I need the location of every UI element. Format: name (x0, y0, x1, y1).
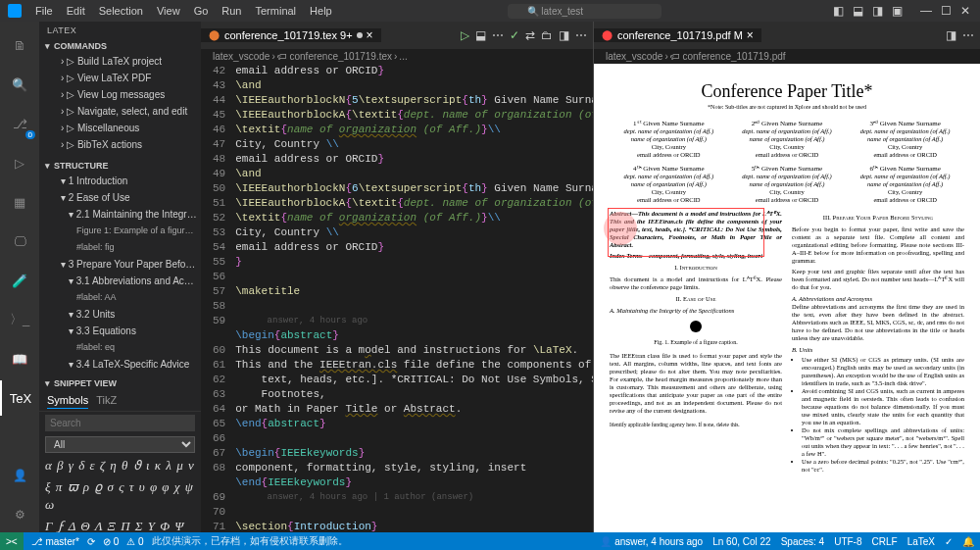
cursor-position[interactable]: Ln 60, Col 22 (712, 536, 771, 547)
close-tab-icon[interactable]: × (747, 28, 754, 42)
code-line[interactable]: \begin{IEEEkeywords} (235, 446, 593, 461)
code-line[interactable]: \end{IEEEkeywords} (235, 475, 593, 490)
command-item[interactable]: › ▷ Build LaTeX project (39, 53, 201, 70)
compare-icon[interactable]: ⇄ (525, 28, 535, 42)
book-icon[interactable]: 📖 (0, 341, 39, 376)
code-line[interactable]: \IEEEauthorblockA{\textit{dept. name of … (235, 108, 593, 123)
latex-icon[interactable]: TeX (0, 380, 39, 416)
outline-item[interactable]: ▾ 3.4 LaTeX-Specific Advice (39, 356, 201, 373)
notifications-icon[interactable]: 🔔 (962, 536, 974, 547)
symbol-search-input[interactable] (45, 415, 195, 431)
code-line[interactable]: \and (235, 167, 593, 181)
command-item[interactable]: › ▷ Miscellaneous (39, 120, 201, 136)
layout-custom-icon[interactable]: ▣ (890, 4, 904, 18)
code-line[interactable]: } (235, 255, 593, 270)
outline-item[interactable]: ▾ 3.2 Units (39, 306, 201, 323)
check-icon[interactable]: ✓ (510, 28, 519, 42)
indentation[interactable]: Spaces: 4 (781, 536, 824, 547)
outline-item[interactable]: #label: eq (39, 339, 201, 356)
code-line[interactable]: This document is a model and instruction… (235, 343, 593, 358)
code-line[interactable]: text, heads, etc.]. *CRITICAL: Do Not Us… (235, 373, 593, 387)
symbol-category-select[interactable]: All (45, 436, 195, 453)
minimize-icon[interactable]: — (919, 4, 933, 18)
split-right-icon[interactable]: ◨ (946, 28, 956, 42)
menu-file[interactable]: File (29, 3, 59, 19)
menu-edit[interactable]: Edit (61, 3, 91, 19)
encoding[interactable]: UTF-8 (834, 536, 861, 547)
code-line[interactable]: \begin{abstract} (235, 328, 593, 343)
codelens[interactable]: answer, 4 hours ago (235, 314, 593, 328)
problems-errors[interactable]: ⊘ 0 (103, 536, 119, 547)
code-line[interactable]: email address or ORCID} (235, 152, 593, 167)
split-right-icon[interactable]: ◨ (559, 28, 569, 42)
remote-indicator[interactable]: >< (0, 532, 24, 550)
code-line[interactable]: or Math in Paper Title or Abstract. (235, 402, 593, 417)
outline-item[interactable]: ▾ 2 Ease of Use (39, 189, 201, 206)
gitlens-blame[interactable]: 👤 answer, 4 hours ago (600, 536, 703, 547)
explorer-icon[interactable]: 🗎 (0, 27, 39, 63)
breadcrumb-right[interactable]: latex_vscode › 🏷 conference_101719.pdf (594, 49, 980, 64)
code-line[interactable]: \IEEEauthorblockA{\textit{dept. name of … (235, 196, 593, 211)
outline-item[interactable]: ▾ 3 Prepare Your Paper Before Styling (39, 256, 201, 273)
commands-section[interactable]: ▾ COMMANDS (39, 39, 201, 53)
source-control-icon[interactable]: ⎇0 (0, 106, 39, 141)
command-item[interactable]: › ▷ View Log messages (39, 86, 201, 103)
layout-left-icon[interactable]: ◧ (831, 4, 845, 18)
command-item[interactable]: › ▷ View LaTeX PDF (39, 70, 201, 86)
command-item[interactable]: › ▷ Navigate, select, and edit (39, 103, 201, 120)
code-line[interactable]: \section{Introduction} (235, 520, 593, 532)
symbol-row[interactable]: Γ ϝ Δ Θ Λ Ξ Π Σ Υ Φ Ψ Ω (39, 516, 201, 532)
outline-item[interactable]: ▾ 1 Introduction (39, 173, 201, 189)
code-line[interactable]: \textit{name of organization (of Aff.)}\… (235, 123, 593, 137)
command-center[interactable]: 🔍 latex_test (338, 4, 831, 19)
code-line[interactable] (235, 505, 593, 520)
settings-gear-icon[interactable]: ⚙ (0, 497, 39, 532)
code-line[interactable]: component, formatting, style, styling, i… (235, 461, 593, 475)
snippet-section[interactable]: ▾ SNIPPET VIEW (39, 376, 201, 390)
language-mode[interactable]: LaTeX (907, 536, 935, 547)
run-debug-icon[interactable]: ▷ (0, 145, 39, 180)
more-icon[interactable]: ⋯ (492, 28, 504, 42)
split-down-icon[interactable]: ⬓ (475, 28, 486, 42)
code-line[interactable]: \IEEEauthorblockN{6\textsuperscript{th} … (235, 181, 593, 196)
code-line[interactable]: \and (235, 78, 593, 93)
code-line[interactable]: \textit{name of organization (of Aff.)}\… (235, 211, 593, 225)
code-line[interactable]: \maketitle (235, 284, 593, 299)
remote-icon[interactable]: 🖵 (0, 224, 39, 259)
code-line[interactable]: \end{abstract} (235, 417, 593, 431)
structure-section[interactable]: ▾ STRUCTURE (39, 159, 201, 173)
ellipsis-icon[interactable]: ⋯ (962, 28, 974, 42)
code-line[interactable]: This and the IEEEtran.cls file define th… (235, 358, 593, 373)
testing-icon[interactable]: 🧪 (0, 263, 39, 298)
code-line[interactable]: Footnotes, (235, 387, 593, 402)
code-line[interactable] (235, 431, 593, 446)
menu-help[interactable]: Help (304, 3, 338, 19)
snippet-tab-tikz[interactable]: TikZ (96, 392, 117, 409)
outline-item[interactable]: ▾ 2.1 Maintaining the Integrity of the S… (39, 206, 201, 223)
tab-tex-file[interactable]: ⬤ conference_101719.tex 9+ × (201, 28, 381, 42)
symbol-row[interactable]: α β γ δ ε ζ η θ ϑ ι κ λ μ ν (39, 455, 201, 476)
code-line[interactable] (235, 299, 593, 314)
tab-pdf-file[interactable]: ⬤ conference_101719.pdf M × (594, 28, 761, 42)
close-icon[interactable]: ✕ (958, 4, 972, 18)
maximize-icon[interactable]: ☐ (939, 4, 953, 18)
outline-item[interactable]: #label: fig (39, 239, 201, 256)
code-line[interactable]: \IEEEauthorblockN{5\textsuperscript{th} … (235, 93, 593, 108)
symbol-row[interactable]: ξ π ϖ ρ ϱ σ ς τ υ φ φ χ ψ ω (39, 476, 201, 516)
close-tab-icon[interactable]: × (367, 28, 373, 42)
code-line[interactable]: City, Country \\ (235, 137, 593, 152)
extensions-icon[interactable]: ▦ (0, 184, 39, 220)
problems-warnings[interactable]: ⚠ 0 (126, 536, 143, 547)
menu-go[interactable]: Go (188, 3, 215, 19)
outline-item[interactable]: ▾ 3.1 Abbreviations and Acronyms (39, 273, 201, 289)
code-editor[interactable]: 424344454647484950515253545556575859 606… (201, 64, 593, 532)
layout-right-icon[interactable]: ◨ (870, 4, 884, 18)
menu-view[interactable]: View (151, 3, 186, 19)
run-icon[interactable]: ▷ (461, 28, 469, 42)
account-icon[interactable]: 👤 (0, 458, 39, 493)
eol[interactable]: CRLF (872, 536, 898, 547)
codelens[interactable]: answer, 4 hours ago | 1 author (answer) (235, 490, 593, 505)
search-icon[interactable]: 🔍 (0, 67, 39, 102)
lock-icon[interactable]: 🗀 (541, 28, 553, 42)
code-line[interactable]: email address or ORCID} (235, 64, 593, 78)
